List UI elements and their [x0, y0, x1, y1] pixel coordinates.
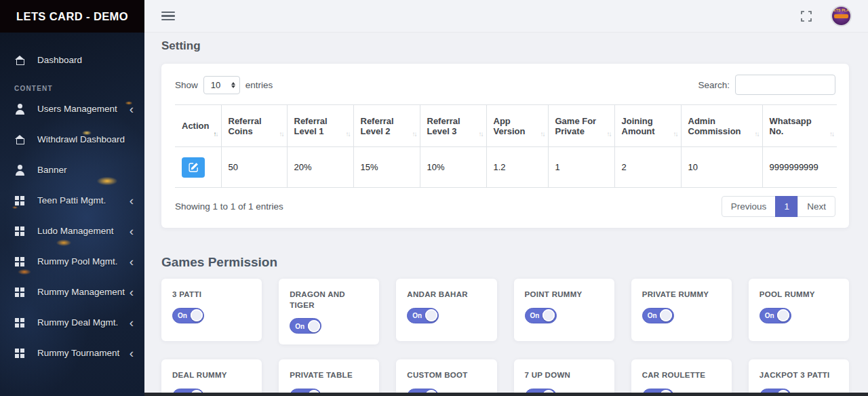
sort-icon: ↑↓	[279, 130, 283, 138]
search-label: Search:	[698, 80, 730, 90]
table-controls: Show 10 entries Search:	[175, 75, 835, 95]
show-label: Show	[175, 80, 198, 90]
sidebar-item-label: Rummy Deal Mgmt.	[37, 317, 130, 328]
topbar: ETS PLA	[144, 0, 868, 33]
main-content: Setting Show 10 entries Search:	[144, 33, 868, 396]
game-card-custom-boot: CUSTOM BOOT On	[396, 359, 496, 396]
sort-icon: ↑↓	[607, 130, 611, 138]
chevron-left-icon: ‹	[130, 104, 134, 114]
search-input[interactable]	[735, 75, 835, 95]
sort-icon: ↑↓	[829, 130, 833, 138]
page-size-value: 10	[211, 80, 231, 90]
game-card-private-rummy: PRIVATE RUMMY On	[631, 279, 732, 341]
game-card-dragon-and-tiger: DRAGON AND TIGER On	[279, 279, 379, 344]
game-title: CUSTOM BOOT	[407, 370, 487, 381]
chevron-left-icon: ‹	[130, 196, 134, 205]
edit-pencil-icon	[189, 162, 199, 172]
table-header-row: Action↑↓ Referral Coins↑↓ Referral Level…	[175, 105, 837, 147]
toggle-switch[interactable]: On	[290, 318, 321, 334]
sidebar: LETS CARD - DEMO Dashboard CONTENT Users…	[0, 0, 144, 396]
sidebar-item-rummy-tournament[interactable]: Rummy Tournament ‹	[0, 338, 144, 368]
toggle-knob	[542, 309, 555, 321]
sidebar-section-label: CONTENT	[14, 85, 144, 92]
page-title: Setting	[161, 39, 849, 53]
column-header-action[interactable]: Action↑↓	[175, 105, 221, 147]
home-icon	[14, 134, 26, 145]
chevron-left-icon: ‹	[130, 226, 134, 236]
column-header-referral-level-3[interactable]: Referral Level 3↑↓	[420, 105, 486, 147]
brand-header: LETS CARD - DEMO	[0, 0, 144, 33]
next-page-button[interactable]: Next	[797, 196, 835, 217]
fullscreen-icon[interactable]	[801, 11, 812, 22]
column-header-app-version[interactable]: App Version↑↓	[486, 105, 548, 147]
column-header-referral-coins[interactable]: Referral Coins↑↓	[221, 105, 287, 147]
column-header-admin-commission[interactable]: Admin Commission↑↓	[681, 105, 762, 147]
column-header-whatsapp-no[interactable]: Whatsapp No.↑↓	[762, 105, 837, 147]
sidebar-item-label: Ludo Management	[37, 226, 130, 236]
whatsapp-no-cell: 9999999999	[762, 147, 837, 188]
column-header-referral-level-1[interactable]: Referral Level 1↑↓	[287, 105, 353, 147]
column-header-joining-amount[interactable]: Joining Amount↑↓	[614, 105, 681, 147]
game-title: DRAGON AND TIGER	[290, 290, 370, 311]
referral-level-3-cell: 10%	[420, 147, 486, 188]
referral-level-2-cell: 15%	[353, 147, 420, 188]
sidebar-item-dashboard[interactable]: Dashboard	[0, 45, 144, 75]
chevron-left-icon: ‹	[130, 349, 134, 358]
sidebar-item-rummy-management[interactable]: Rummy Management ‹	[0, 277, 144, 307]
pagination: Previous 1 Next	[722, 196, 835, 217]
sidebar-item-ludo-management[interactable]: Ludo Management ‹	[0, 216, 144, 246]
page-size-select[interactable]: 10	[203, 76, 240, 94]
sidebar-item-users-management[interactable]: Users Management ‹	[0, 94, 144, 124]
sidebar-item-teen-patti-mgmt[interactable]: Teen Patti Mgmt. ‹	[0, 185, 144, 216]
column-header-referral-level-2[interactable]: Referral Level 2↑↓	[353, 105, 420, 147]
hamburger-menu-icon[interactable]	[161, 9, 175, 23]
sidebar-item-rummy-pool-mgmt[interactable]: Rummy Pool Mgmt. ‹	[0, 246, 144, 277]
game-title: JACKPOT 3 PATTI	[760, 370, 840, 381]
toggle-switch[interactable]: On	[407, 308, 439, 323]
sort-icon: ↑↓	[540, 130, 545, 138]
sort-icon: ↑↓	[412, 130, 416, 138]
game-title: POOL RUMMY	[760, 290, 840, 300]
games-permission-grid: 3 PATTI On DRAGON AND TIGER On ANDAR BAH…	[161, 279, 849, 396]
brand-title: LETS CARD - DEMO	[16, 10, 128, 23]
home-icon	[14, 55, 26, 66]
game-title: CAR ROULETTE	[642, 370, 722, 381]
sort-icon: ↑↓	[479, 130, 483, 138]
sidebar-item-banner[interactable]: Banner	[0, 155, 144, 185]
game-card-7-up-down: 7 UP DOWN On	[514, 359, 614, 396]
grid-icon	[14, 348, 26, 359]
grid-icon	[14, 256, 26, 267]
action-cell	[175, 147, 221, 188]
toggle-switch[interactable]: On	[760, 308, 791, 323]
game-card-car-roulette: CAR ROULETTE On	[631, 359, 732, 396]
toggle-knob	[425, 309, 437, 321]
column-header-game-for-private[interactable]: Game For Private↑↓	[548, 105, 614, 147]
sidebar-item-label: Rummy Management	[37, 287, 130, 297]
grid-icon	[14, 317, 26, 328]
edit-button[interactable]	[182, 157, 205, 178]
toggle-knob	[660, 309, 672, 321]
game-card-andar-bahar: ANDAR BAHAR On	[396, 279, 496, 341]
sort-icon: ↑↓	[346, 130, 350, 138]
sort-icon: ↑↓	[755, 130, 759, 138]
sidebar-item-label: Dashboard	[37, 55, 134, 65]
game-card-private-table: PRIVATE TABLE On	[279, 359, 379, 396]
sidebar-item-rummy-deal-mgmt[interactable]: Rummy Deal Mgmt. ‹	[0, 307, 144, 338]
game-title: 3 PATTI	[172, 290, 252, 300]
game-title: DEAL RUMMY	[172, 370, 252, 381]
entries-summary: Showing 1 to 1 of 1 entries	[175, 201, 283, 212]
setting-table-card: Show 10 entries Search: Action↑↓ Ref	[161, 64, 849, 228]
toggle-switch[interactable]: On	[642, 308, 674, 323]
page-number-button[interactable]: 1	[775, 196, 798, 217]
previous-page-button[interactable]: Previous	[722, 196, 776, 217]
game-title: 7 UP DOWN	[525, 370, 605, 381]
user-icon	[14, 165, 26, 176]
grid-icon	[14, 226, 26, 237]
toggle-switch[interactable]: On	[172, 308, 204, 323]
chevron-left-icon: ‹	[130, 318, 134, 328]
sidebar-item-withdrawl-dashboard[interactable]: Withdrawl Dashboard	[0, 124, 144, 155]
toggle-switch[interactable]: On	[525, 308, 557, 323]
game-card-point-rummy: POINT RUMMY On	[514, 279, 614, 341]
user-avatar[interactable]: ETS PLA	[832, 7, 850, 25]
game-card-pool-rummy: POOL RUMMY On	[749, 279, 849, 341]
